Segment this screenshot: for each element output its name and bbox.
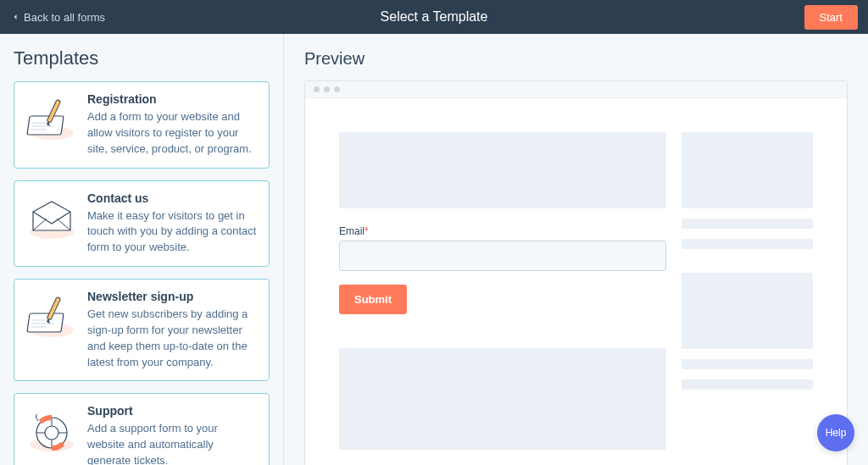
svg-rect-10	[27, 313, 64, 332]
envelope-icon	[26, 191, 77, 242]
template-card-newsletter[interactable]: Newsletter sign-up Get new subscribers b…	[14, 279, 270, 381]
placeholder-line	[682, 219, 813, 229]
preview-side-column	[682, 132, 813, 450]
template-desc: Add a form to your website and allow vis…	[87, 109, 257, 158]
email-field[interactable]	[339, 241, 666, 271]
email-label-text: Email	[339, 225, 364, 237]
svg-marker-8	[33, 202, 70, 230]
template-text: Contact us Make it easy for visitors to …	[87, 191, 257, 257]
placeholder-hero	[339, 132, 666, 208]
template-text: Newsletter sign-up Get new subscribers b…	[87, 290, 257, 370]
placeholder-line	[682, 239, 813, 249]
svg-rect-1	[27, 116, 64, 135]
window-dots	[314, 86, 838, 92]
newsletter-icon	[26, 290, 77, 340]
template-desc: Get new subscribers by adding a sign-up …	[87, 307, 257, 370]
header: Back to all forms Select a Template Star…	[0, 0, 868, 34]
page-title: Select a Template	[381, 9, 488, 25]
template-card-support[interactable]: Support Add a support form to your websi…	[14, 393, 270, 465]
preview-title: Preview	[304, 49, 848, 69]
placeholder-line	[682, 379, 813, 390]
preview-panel: Preview Email* Submit	[284, 34, 868, 465]
template-desc: Add a support form to your website and a…	[87, 421, 257, 465]
start-button[interactable]: Start	[804, 5, 858, 30]
preview-frame: Email* Submit	[304, 80, 848, 465]
template-title: Contact us	[87, 191, 257, 205]
back-label: Back to all forms	[24, 11, 105, 24]
dot-icon	[324, 86, 330, 92]
template-card-registration[interactable]: Registration Add a form to your website …	[14, 81, 270, 169]
registration-icon	[26, 92, 77, 143]
submit-button[interactable]: Submit	[339, 285, 407, 314]
templates-sidebar: Templates Registration Add a form to you…	[0, 34, 284, 465]
placeholder-side	[682, 273, 813, 349]
browser-chrome	[305, 81, 847, 98]
template-desc: Make it easy for visitors to get in touc…	[87, 208, 257, 257]
svg-point-18	[45, 426, 58, 440]
dot-icon	[334, 86, 340, 92]
main-content: Templates Registration Add a form to you…	[0, 34, 868, 465]
placeholder-footer	[339, 348, 666, 450]
placeholder-line	[682, 359, 813, 369]
template-title: Support	[87, 404, 257, 418]
sidebar-title: Templates	[14, 47, 270, 69]
template-text: Registration Add a form to your website …	[87, 92, 257, 158]
preview-main-column: Email* Submit	[339, 132, 666, 450]
help-button[interactable]: Help	[817, 414, 854, 451]
template-text: Support Add a support form to your websi…	[87, 404, 257, 465]
template-title: Registration	[87, 92, 257, 106]
required-marker: *	[364, 225, 369, 237]
preview-body: Email* Submit	[305, 98, 847, 465]
chevron-left-icon	[10, 12, 20, 22]
template-title: Newsletter sign-up	[87, 290, 257, 303]
placeholder-side	[682, 132, 813, 208]
back-to-forms-link[interactable]: Back to all forms	[10, 11, 105, 24]
template-card-contact[interactable]: Contact us Make it easy for visitors to …	[14, 180, 270, 268]
dot-icon	[314, 86, 320, 92]
email-label: Email*	[339, 225, 666, 237]
lifebuoy-icon	[26, 404, 77, 455]
